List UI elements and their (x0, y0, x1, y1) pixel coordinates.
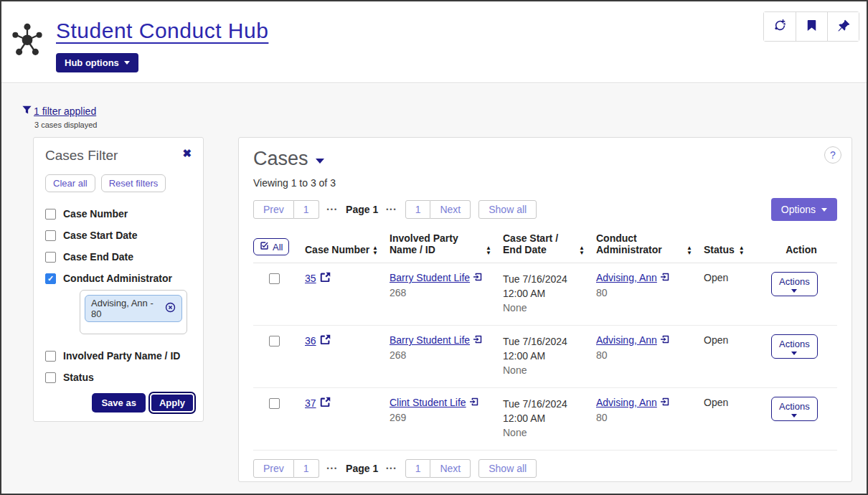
sort-icon[interactable]: ▲▼ (687, 245, 692, 255)
page-number-button[interactable]: 1 (294, 459, 319, 478)
cases-filter-panel: Cases Filter ✖ Clear all Reset filters C… (33, 137, 204, 422)
chevron-down-icon (791, 289, 797, 293)
actions-label: Actions (779, 401, 810, 412)
checkbox-check-icon (260, 241, 269, 253)
conduct-administrator-checkbox[interactable]: ✓ (45, 273, 56, 284)
filter-field-label: Case Start Date (63, 230, 138, 241)
case-start-date-checkbox[interactable] (45, 230, 56, 241)
filter-field-case-end-date: Case End Date (45, 251, 192, 263)
status-checkbox[interactable] (45, 372, 56, 383)
page-number-button[interactable]: 1 (405, 459, 431, 478)
external-link-icon[interactable] (320, 272, 331, 285)
actions-label: Actions (779, 339, 810, 349)
involved-party-link[interactable]: Clint Student Life (390, 397, 466, 408)
page-number-button[interactable]: 1 (405, 200, 431, 219)
row-checkbox[interactable] (269, 398, 280, 409)
filter-field-case-start-date: Case Start Date (45, 230, 192, 241)
column-header-case-dates: Case Start / End Date (503, 232, 579, 255)
row-actions-button[interactable]: Actions (771, 397, 818, 421)
case-start-time: 12:00 AM (503, 411, 596, 425)
column-header-involved-party: Involved Party Name / ID (390, 232, 486, 255)
filter-field-label: Involved Party Name / ID (63, 350, 180, 362)
hub-options-label: Hub options (65, 57, 119, 68)
status-value: Open (704, 272, 765, 283)
conduct-admin-id: 80 (596, 349, 704, 361)
hub-options-button[interactable]: Hub options (56, 53, 138, 72)
case-number-checkbox[interactable] (45, 209, 56, 220)
close-icon[interactable]: ✖ (182, 148, 192, 159)
case-number-link[interactable]: 37 (305, 397, 316, 409)
ellipsis-icon: ••• (386, 206, 397, 213)
select-all-button[interactable]: All (253, 238, 289, 255)
filter-panel-title: Cases Filter (45, 148, 118, 164)
prev-page-button[interactable]: Prev (253, 459, 294, 478)
sort-icon[interactable]: ▲▼ (486, 245, 491, 255)
ellipsis-icon: ••• (327, 206, 338, 213)
help-button[interactable]: ? (824, 146, 841, 164)
column-header-case-number: Case Number (305, 244, 369, 255)
header-toolbar (763, 11, 859, 42)
pin-button[interactable] (827, 12, 859, 41)
conduct-administrator-selection-box[interactable]: Advising, Ann - 80 (80, 290, 187, 334)
reset-filters-button[interactable]: Reset filters (101, 174, 166, 192)
case-start-time: 12:00 AM (503, 349, 596, 363)
current-page-label: Page 1 (346, 463, 378, 474)
cases-title-dropdown[interactable]: Cases (253, 148, 324, 170)
conduct-admin-link[interactable]: Advising, Ann (596, 397, 657, 408)
row-actions-button[interactable]: Actions (771, 334, 818, 359)
box-arrow-in-icon (470, 397, 478, 408)
remove-tag-icon[interactable] (165, 302, 176, 315)
case-start-date: Tue 7/16/2024 (503, 397, 596, 411)
table-row: 35 Barry Student Life 268 Tue 7/16 (253, 263, 837, 326)
page-number-button[interactable]: 1 (294, 200, 319, 219)
external-link-icon[interactable] (320, 397, 331, 410)
ellipsis-icon: ••• (386, 465, 397, 472)
next-page-button[interactable]: Next (430, 200, 471, 219)
prev-page-button[interactable]: Prev (253, 200, 294, 219)
case-number-link[interactable]: 35 (305, 273, 316, 284)
row-actions-button[interactable]: Actions (771, 272, 818, 296)
student-conduct-hub-page: Student Conduct Hub Hub options (0, 0, 868, 495)
filter-field-label: Conduct Administrator (63, 273, 172, 284)
save-as-button[interactable]: Save as (92, 393, 145, 412)
conduct-admin-link[interactable]: Advising, Ann (596, 334, 657, 346)
bookmark-button[interactable] (796, 12, 827, 41)
status-value: Open (704, 397, 765, 408)
chevron-down-icon (821, 208, 827, 212)
case-number-link[interactable]: 36 (305, 335, 316, 346)
row-checkbox[interactable] (269, 336, 280, 346)
chevron-down-icon (791, 414, 797, 418)
conduct-admin-link[interactable]: Advising, Ann (596, 272, 657, 283)
case-start-date: Tue 7/16/2024 (503, 272, 596, 286)
cases-panel: Cases ? Viewing 1 to 3 of 3 Prev 1 ••• P… (238, 137, 852, 482)
involved-party-checkbox[interactable] (45, 351, 56, 362)
show-all-button[interactable]: Show all (478, 200, 537, 219)
next-page-button[interactable]: Next (430, 459, 471, 478)
sort-icon[interactable]: ▲▼ (739, 245, 745, 255)
row-checkbox[interactable] (269, 273, 280, 284)
cases-displayed-note: 3 cases displayed (34, 121, 97, 129)
involved-party-link[interactable]: Barry Student Life (390, 334, 470, 346)
bookmark-icon (806, 19, 818, 34)
filters-applied-link[interactable]: 1 filter applied (22, 105, 96, 117)
clear-all-button[interactable]: Clear all (45, 174, 95, 192)
apply-button[interactable]: Apply (150, 393, 194, 412)
pushpin-icon (837, 19, 850, 34)
page-title[interactable]: Student Conduct Hub (56, 19, 268, 43)
sort-icon[interactable]: ▲▼ (579, 245, 585, 255)
sync-add-button[interactable] (764, 12, 796, 41)
page-body: 1 filter applied 3 cases displayed Cases… (1, 84, 867, 494)
column-header-action: Action (786, 244, 817, 255)
box-arrow-in-icon (661, 334, 669, 346)
select-all-label: All (273, 242, 283, 253)
table-row: 36 Barry Student Life 268 Tue 7/16 (253, 326, 837, 388)
case-end-date: None (503, 425, 596, 440)
filter-field-label: Case Number (63, 208, 128, 220)
show-all-button[interactable]: Show all (478, 459, 537, 478)
involved-party-link[interactable]: Barry Student Life (390, 272, 470, 283)
options-button[interactable]: Options (771, 198, 837, 221)
pagination-top: Prev 1 ••• Page 1 ••• 1 Next Show all Op… (253, 198, 837, 221)
sort-icon[interactable]: ▲▼ (372, 245, 378, 255)
case-end-date-checkbox[interactable] (45, 252, 56, 263)
external-link-icon[interactable] (320, 334, 331, 347)
